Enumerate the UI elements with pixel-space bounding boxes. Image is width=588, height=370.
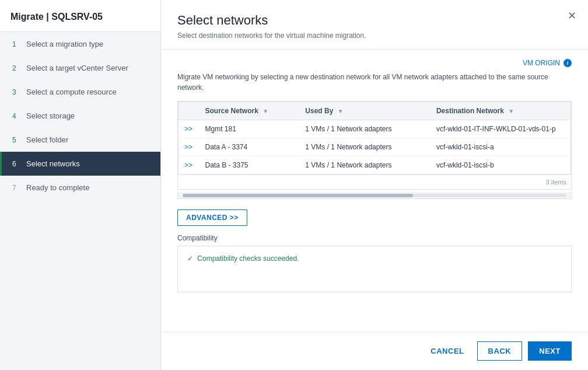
sidebar-label-3: Select a compute resource <box>26 88 117 96</box>
network-table-container: Source Network ▼ Used By ▼ Destination N… <box>177 101 572 190</box>
sidebar-label-7: Ready to complete <box>26 183 89 192</box>
col-destination: Destination Network ▼ <box>430 102 571 120</box>
page-title: Select networks <box>177 13 572 28</box>
description-text: Migrate VM networking by selecting a new… <box>177 72 572 93</box>
sidebar-item-networks[interactable]: 6 Select networks <box>0 152 160 176</box>
table-row: >> Data B - 3375 1 VMs / 1 Network adapt… <box>178 156 571 174</box>
source-cell-3: Data B - 3375 <box>200 156 300 174</box>
source-cell-2: Data A - 3374 <box>200 138 300 156</box>
expand-cell-2[interactable]: >> <box>178 138 200 156</box>
table-footer: 3 items <box>178 174 571 189</box>
content-body: VM ORIGIN i Migrate VM networking by sel… <box>161 50 588 331</box>
vm-origin-row: VM ORIGIN i <box>177 59 572 67</box>
page-subtitle: Select destination networks for the virt… <box>177 32 572 40</box>
main-content: Select networks Select destination netwo… <box>161 0 588 370</box>
sidebar-label-1: Select a migration type <box>26 40 103 48</box>
step-num-6: 6 <box>12 160 20 168</box>
destination-cell-2[interactable]: vcf-wkld-01-iscsi-a <box>430 138 571 156</box>
step-num-3: 3 <box>12 88 20 96</box>
source-filter-icon[interactable]: ▼ <box>262 108 268 114</box>
table-row: >> Mgmt 181 1 VMs / 1 Network adapters v… <box>178 120 571 138</box>
info-icon[interactable]: i <box>564 59 572 67</box>
sidebar-label-2: Select a target vCenter Server <box>26 64 128 72</box>
used-by-cell-1: 1 VMs / 1 Network adapters <box>299 120 430 138</box>
next-button[interactable]: NEXT <box>528 341 572 361</box>
used-by-cell-2: 1 VMs / 1 Network adapters <box>299 138 430 156</box>
col-expand <box>178 102 200 120</box>
table-scrollbar[interactable] <box>177 192 572 199</box>
step-num-4: 4 <box>12 112 20 120</box>
back-button[interactable]: BACK <box>477 341 523 361</box>
network-table: Source Network ▼ Used By ▼ Destination N… <box>178 102 571 174</box>
used-by-cell-3: 1 VMs / 1 Network adapters <box>299 156 430 174</box>
sidebar-title-text: Migrate | SQLSRV-05 <box>10 12 150 22</box>
destination-cell-1[interactable]: vcf-wkld-01-IT-INF-WKLD-01-vds-01-p <box>430 120 571 138</box>
compatibility-box: ✓ Compatibility checks succeeded. <box>177 246 572 292</box>
content-footer: CANCEL BACK NEXT <box>161 331 588 370</box>
expand-cell-3[interactable]: >> <box>178 156 200 174</box>
close-button[interactable]: ✕ <box>568 11 576 21</box>
expand-btn-3[interactable]: >> <box>184 161 192 169</box>
expand-btn-2[interactable]: >> <box>184 143 192 151</box>
sidebar-item-compute[interactable]: 3 Select a compute resource <box>0 80 160 104</box>
destination-filter-icon[interactable]: ▼ <box>508 108 514 114</box>
col-source-network: Source Network ▼ <box>200 102 300 120</box>
sidebar-item-folder[interactable]: 5 Select folder <box>0 128 160 152</box>
step-num-5: 5 <box>12 136 20 144</box>
check-icon: ✓ <box>187 254 193 263</box>
sidebar-title: Migrate | SQLSRV-05 <box>0 0 160 32</box>
step-num-7: 7 <box>12 184 20 192</box>
sidebar-item-complete[interactable]: 7 Ready to complete <box>0 176 160 200</box>
sidebar-item-vcenter[interactable]: 2 Select a target vCenter Server <box>0 56 160 80</box>
sidebar: Migrate | SQLSRV-05 1 Select a migration… <box>0 0 161 370</box>
cancel-button[interactable]: CANCEL <box>424 342 471 360</box>
sidebar-item-migration-type[interactable]: 1 Select a migration type <box>0 32 160 56</box>
compatibility-text: Compatibility checks succeeded. <box>197 254 299 263</box>
content-header: Select networks Select destination netwo… <box>161 0 588 50</box>
table-row: >> Data A - 3374 1 VMs / 1 Network adapt… <box>178 138 571 156</box>
step-num-1: 1 <box>12 40 20 48</box>
sidebar-label-4: Select storage <box>26 111 75 120</box>
destination-cell-3[interactable]: vcf-wkld-01-iscsi-b <box>430 156 571 174</box>
vm-origin-link[interactable]: VM ORIGIN <box>523 59 560 67</box>
advanced-button[interactable]: ADVANCED >> <box>177 210 247 226</box>
source-cell-1: Mgmt 181 <box>200 120 300 138</box>
sidebar-label-6: Select networks <box>26 159 80 168</box>
sidebar-item-storage[interactable]: 4 Select storage <box>0 104 160 128</box>
scrollbar-track <box>183 194 566 197</box>
sidebar-label-5: Select folder <box>26 135 68 144</box>
expand-cell-1[interactable]: >> <box>178 120 200 138</box>
col-used-by: Used By ▼ <box>299 102 430 120</box>
step-num-2: 2 <box>12 64 20 72</box>
modal-wrapper: Migrate | SQLSRV-05 1 Select a migration… <box>0 0 588 370</box>
used-by-filter-icon[interactable]: ▼ <box>338 108 344 114</box>
compatibility-label: Compatibility <box>177 234 572 242</box>
scrollbar-thumb <box>183 194 413 197</box>
expand-btn-1[interactable]: >> <box>184 125 192 133</box>
